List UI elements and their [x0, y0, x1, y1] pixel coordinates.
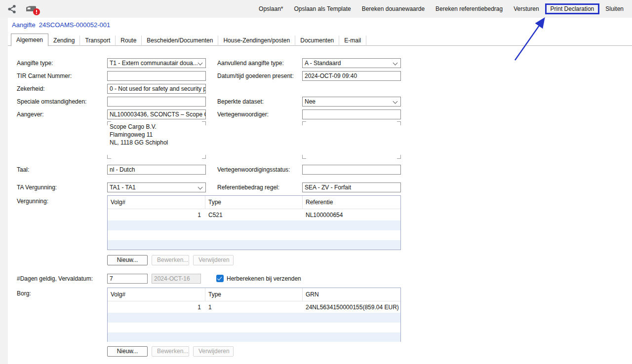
menu-sluiten[interactable]: Sluiten: [600, 3, 629, 14]
speciale-omstandigheden-input[interactable]: [107, 97, 206, 107]
borg-nieuw-button[interactable]: Nieuw...: [107, 346, 148, 357]
vergunning-table-header: Volg# Type Referentie: [108, 196, 400, 209]
tab-zending[interactable]: Zending: [48, 36, 80, 46]
vertegenwoordigingsstatus-input[interactable]: [302, 165, 401, 175]
ta-vergunning-label: TA Vergunning:: [17, 184, 57, 191]
zekerheid-input[interactable]: 0 - Not used for safety and security p: [107, 84, 206, 94]
vertegenwoordiger-input[interactable]: [302, 109, 401, 119]
taal-input[interactable]: nl - Dutch: [107, 165, 206, 175]
aangever-address: Scope Cargo B.V. Flamingoweg 11 NL, 1118…: [110, 123, 168, 146]
column-header-type: Type: [205, 196, 303, 209]
aangifte-type-label: Aangifte type:: [17, 60, 53, 67]
borg-table: Volg# Type GRN 1 1 24NL5634150000155(859…: [107, 288, 401, 342]
page-title-prefix: Aangifte: [12, 21, 36, 29]
borg-verwijderen-button[interactable]: Verwijderen: [193, 346, 234, 357]
chevron-down-icon: [393, 99, 398, 104]
dagen-geldig-input[interactable]: 7: [107, 274, 148, 284]
app-window: { "toolbar": { "items": ["Opslaan*", "Op…: [0, 0, 632, 364]
toolbar: Opslaan* Opslaan als Template Bereken do…: [0, 0, 632, 18]
table-empty-row: [108, 220, 400, 230]
toolbar-menu: Opslaan* Opslaan als Template Bereken do…: [253, 0, 629, 18]
table-empty-row: [108, 230, 400, 240]
table-empty-row: [108, 313, 400, 323]
tir-carnet-label: TIR Carnet Nummer:: [17, 73, 72, 79]
tab-strip: Algemeen Zending Transport Route Beschei…: [8, 34, 632, 46]
share-icon[interactable]: [7, 4, 17, 14]
aanvullend-type-select[interactable]: A - Standaard: [302, 58, 401, 68]
dagen-geldig-label: #Dagen geldig, Vervaldatum:: [17, 275, 93, 282]
menu-opslaan-als-template[interactable]: Opslaan als Template: [288, 3, 356, 14]
tir-carnet-input[interactable]: [107, 71, 206, 81]
referentiebedrag-regel-input[interactable]: SEA - ZV - Forfait: [302, 182, 401, 192]
tab-algemeen[interactable]: Algemeen: [11, 34, 48, 46]
tab-bescheiden-documenten[interactable]: Bescheiden/Documenten: [142, 36, 218, 46]
beperkte-dataset-select[interactable]: Nee: [302, 97, 401, 107]
column-header-grn: GRN: [303, 288, 400, 301]
tab-email[interactable]: E-mail: [339, 36, 366, 46]
vergunning-verwijderen-button[interactable]: Verwijderen: [193, 255, 234, 265]
aangever-input[interactable]: NL100003436, SCONCTS – Scope Car: [107, 109, 206, 119]
vertegenwoordiger-label: Vertegenwoordiger:: [217, 111, 269, 118]
aanvullend-type-label: Aanvullend aangifte type:: [217, 60, 284, 67]
vergunning-nieuw-button[interactable]: Nieuw...: [107, 255, 148, 265]
borg-table-header: Volg# Type GRN: [108, 288, 400, 301]
page-title: Aangifte24SCOAMS-000052-001: [12, 21, 114, 29]
referentiebedrag-regel-label: Referentiebedrag regel:: [217, 184, 279, 191]
toolbar-icon-group: [7, 0, 38, 18]
chevron-down-icon: [198, 185, 203, 190]
column-header-type: Type: [205, 288, 303, 301]
table-empty-row: [108, 332, 400, 342]
menu-print-declaration[interactable]: Print Declaration: [545, 3, 600, 14]
declaration-number: 24SCOAMS-000052-001: [39, 21, 111, 29]
borg-bewerken-button[interactable]: Bewerken...: [152, 346, 189, 357]
menu-opslaan[interactable]: Opslaan*: [253, 3, 288, 14]
chevron-down-icon: [393, 61, 398, 66]
left-gutter: [0, 18, 8, 364]
tab-documenten[interactable]: Documenten: [295, 36, 339, 46]
taal-label: Taal:: [17, 166, 29, 173]
table-empty-row: [108, 323, 400, 332]
borg-label: Borg:: [17, 290, 31, 297]
zekerheid-label: Zekerheid:: [17, 85, 45, 92]
speciale-omstandigheden-label: Speciale omstandigheden:: [17, 98, 86, 105]
table-empty-row: [108, 240, 400, 250]
ta-vergunning-select[interactable]: TA1 - TA1: [107, 182, 206, 192]
herberekenen-checkbox-label: Herberekenen bij verzenden: [227, 275, 301, 282]
menu-bereken-douanewaarde[interactable]: Bereken douanewaarde: [356, 3, 430, 14]
aangifte-type-select[interactable]: T1 - Extern communautair doua...: [107, 58, 206, 68]
vergunning-bewerken-button[interactable]: Bewerken...: [152, 255, 189, 265]
vervaldatum-input: 2024-OCT-16: [152, 274, 201, 284]
column-header-volg: Volg#: [108, 196, 205, 209]
vergunning-label: Vergunning:: [17, 198, 48, 205]
tab-route[interactable]: Route: [116, 36, 142, 46]
tab-transport[interactable]: Transport: [80, 36, 116, 46]
chevron-down-icon: [198, 61, 203, 66]
datum-tijd-label: Datum/tijd goederen present:: [217, 73, 294, 79]
truck-alert-icon[interactable]: [25, 3, 38, 14]
beperkte-dataset-label: Beperkte dataset:: [217, 98, 264, 105]
tab-house-zendingen-posten[interactable]: House-Zendingen/posten: [218, 36, 295, 46]
vertegenwoordiger-address-box: [302, 121, 401, 159]
column-header-volg: Volg#: [108, 288, 205, 301]
herberekenen-checkbox[interactable]: [216, 275, 224, 282]
vergunning-table: Volg# Type Referentie 1 C521 NL100000654: [107, 195, 401, 250]
table-row[interactable]: 1 1 24NL5634150000155(859.04 EUR): [108, 301, 400, 313]
column-header-referentie: Referentie: [303, 196, 400, 209]
datum-tijd-input[interactable]: 2024-OCT-09 09:40: [302, 71, 401, 81]
menu-versturen[interactable]: Versturen: [508, 3, 544, 14]
menu-bereken-referentiebedrag[interactable]: Bereken referentiebedrag: [430, 3, 508, 14]
vertegenwoordigingsstatus-label: Vertegenwoordigingsstatus:: [217, 166, 290, 173]
aangever-label: Aangever:: [17, 111, 44, 118]
table-row[interactable]: 1 C521 NL100000654: [108, 209, 400, 220]
